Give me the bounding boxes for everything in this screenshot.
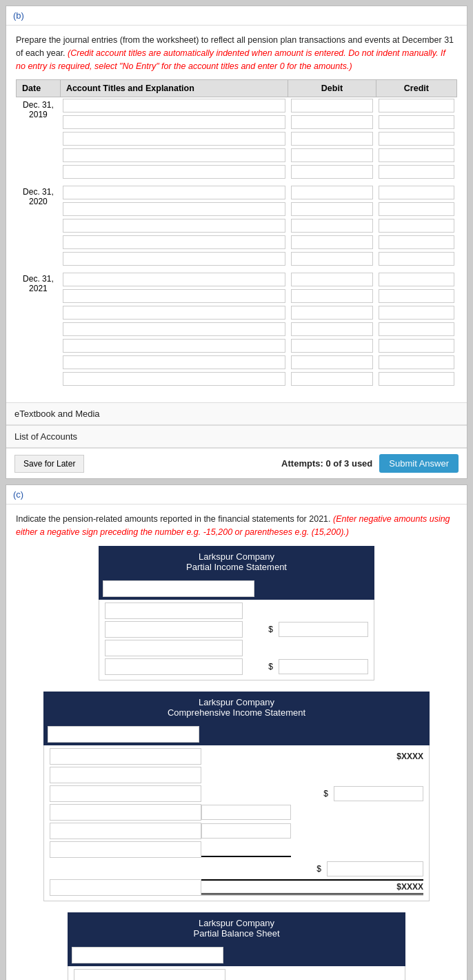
row-dropdown-wrapper	[50, 841, 201, 858]
balance-header-select[interactable]	[72, 947, 223, 963]
dollar-input[interactable]	[327, 861, 423, 876]
row-right	[201, 805, 423, 820]
etextbook-button[interactable]: eTextbook and Media	[6, 403, 467, 425]
row-select-wrapper	[105, 621, 243, 638]
stmt-row: $	[105, 621, 368, 638]
account-input[interactable]	[63, 289, 285, 303]
row-right: $XXXX	[201, 879, 423, 895]
account-input[interactable]	[63, 99, 285, 112]
debit-input[interactable]	[291, 99, 374, 112]
row-select[interactable]	[105, 658, 243, 675]
account-input[interactable]	[63, 273, 285, 286]
account-input[interactable]	[63, 339, 285, 353]
credit-input[interactable]	[379, 235, 454, 249]
row-select[interactable]	[105, 621, 243, 638]
row-select[interactable]	[50, 823, 201, 839]
row-dropdown-wrapper	[50, 748, 201, 765]
table-row	[17, 147, 457, 164]
credit-input[interactable]	[379, 372, 454, 386]
row-select[interactable]	[105, 602, 243, 619]
stmt-row	[50, 804, 423, 821]
comp-company-bold: Company	[236, 697, 274, 707]
list-accounts-button[interactable]: List of Accounts	[6, 426, 467, 448]
credit-input[interactable]	[379, 115, 454, 129]
credit-input[interactable]	[379, 339, 454, 353]
row-select[interactable]	[50, 841, 201, 858]
debit-input[interactable]	[291, 186, 374, 199]
account-input[interactable]	[63, 186, 285, 199]
dollar-input[interactable]	[334, 786, 423, 801]
balance-body: $ $	[68, 966, 405, 980]
debit-input[interactable]	[291, 165, 374, 179]
account-input[interactable]	[63, 132, 285, 146]
save-later-button[interactable]: Save for Later	[14, 455, 84, 473]
account-input[interactable]	[63, 306, 285, 320]
credit-input[interactable]	[379, 252, 454, 266]
debit-input[interactable]	[291, 252, 374, 266]
debit-input[interactable]	[291, 148, 374, 162]
debit-input[interactable]	[291, 132, 374, 146]
date-2019: Dec. 31,2019	[17, 97, 61, 181]
debit-input[interactable]	[291, 235, 374, 249]
row-dropdown-wrapper	[105, 602, 243, 619]
debit-input[interactable]	[291, 219, 374, 233]
income-header-select[interactable]	[103, 580, 254, 597]
account-input[interactable]	[63, 165, 285, 179]
text-input[interactable]	[201, 823, 291, 839]
debit-input[interactable]	[291, 289, 374, 303]
account-input[interactable]	[63, 148, 285, 162]
credit-input[interactable]	[379, 273, 454, 286]
submit-button[interactable]: Submit Answer	[379, 454, 459, 473]
credit-input[interactable]	[379, 355, 454, 369]
stmt-row	[74, 969, 399, 980]
row-select[interactable]	[50, 804, 201, 821]
comprehensive-income-statement: Larkspur Company Comprehensive Income St…	[43, 692, 430, 901]
dollar-sign: $	[268, 625, 273, 634]
account-input[interactable]	[63, 252, 285, 266]
account-input[interactable]	[63, 115, 285, 129]
comp-header-select[interactable]	[48, 726, 199, 743]
credit-input[interactable]	[379, 219, 454, 233]
account-input[interactable]	[63, 372, 285, 386]
income-stmt-title: Partial Income Statement	[103, 562, 370, 572]
dollar-input[interactable]	[279, 622, 368, 637]
debit-cell	[288, 97, 376, 115]
row-select[interactable]	[105, 640, 243, 656]
row-dropdown-wrapper	[105, 621, 243, 638]
text-input[interactable]	[201, 805, 291, 820]
account-input[interactable]	[63, 219, 285, 233]
row-select[interactable]	[74, 969, 225, 980]
credit-input[interactable]	[379, 99, 454, 112]
debit-input[interactable]	[291, 339, 374, 353]
debit-input[interactable]	[291, 202, 374, 216]
row-select[interactable]	[50, 748, 201, 765]
text-input[interactable]	[201, 842, 291, 857]
debit-input[interactable]	[291, 355, 374, 369]
credit-input[interactable]	[379, 202, 454, 216]
debit-input[interactable]	[291, 273, 374, 286]
table-row	[17, 251, 457, 267]
debit-input[interactable]	[291, 115, 374, 129]
account-input[interactable]	[63, 202, 285, 216]
table-row	[17, 217, 457, 234]
table-row: Dec. 31,2020	[17, 184, 457, 201]
debit-input[interactable]	[291, 372, 374, 386]
credit-input[interactable]	[379, 132, 454, 146]
row-select[interactable]	[50, 785, 201, 802]
account-input[interactable]	[63, 355, 285, 369]
partial-income-statement: Larkspur Company Partial Income Statemen…	[99, 546, 374, 680]
account-input[interactable]	[63, 235, 285, 249]
debit-input[interactable]	[291, 322, 374, 336]
credit-input[interactable]	[379, 148, 454, 162]
credit-input[interactable]	[379, 186, 454, 199]
dollar-input[interactable]	[279, 659, 368, 674]
credit-input[interactable]	[379, 322, 454, 336]
save-submit-row: Save for Later Attempts: 0 of 3 used Sub…	[6, 448, 467, 478]
credit-input[interactable]	[379, 165, 454, 179]
debit-input[interactable]	[291, 306, 374, 320]
row-select[interactable]	[50, 767, 201, 783]
row-select[interactable]	[50, 879, 201, 896]
credit-input[interactable]	[379, 289, 454, 303]
account-input[interactable]	[63, 322, 285, 336]
credit-input[interactable]	[379, 306, 454, 320]
